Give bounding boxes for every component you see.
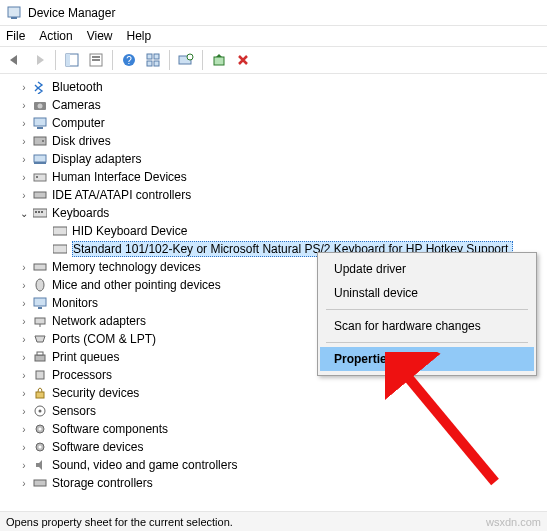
chevron-right-icon[interactable]: › [18,405,30,417]
tree-node-sensors[interactable]: ›Sensors [18,402,547,420]
tree-node-hid-keyboard[interactable]: HID Keyboard Device [38,222,547,240]
tree-label: Processors [52,368,112,382]
tree-label: Mice and other pointing devices [52,278,221,292]
system-icon [32,493,48,494]
tree-node-system[interactable]: ›System devices [18,492,547,494]
chevron-right-icon[interactable]: › [18,369,30,381]
storage-icon [32,475,48,491]
svg-rect-35 [34,298,46,306]
toolbar-separator [202,50,203,70]
chevron-right-icon[interactable]: › [18,297,30,309]
svg-rect-12 [154,61,159,66]
tree-node-cameras[interactable]: ›Cameras [18,96,547,114]
chevron-right-icon[interactable]: › [18,315,30,327]
properties-toolbar-button[interactable] [85,49,107,71]
tree-node-storage[interactable]: ›Storage controllers [18,474,547,492]
memory-icon [32,259,48,275]
svg-point-21 [42,140,44,142]
chevron-right-icon[interactable]: › [18,351,30,363]
tree-node-bluetooth[interactable]: ›Bluetooth [18,78,547,96]
back-button[interactable] [4,49,26,71]
chevron-down-icon[interactable]: ⌄ [18,207,30,219]
chevron-right-icon[interactable]: › [18,261,30,273]
tree-node-sound[interactable]: ›Sound, video and game controllers [18,456,547,474]
help-button[interactable]: ? [118,49,140,71]
svg-rect-19 [37,127,43,129]
menu-help[interactable]: Help [127,29,152,43]
tree-node-ide[interactable]: ›IDE ATA/ATAPI controllers [18,186,547,204]
display-adapter-icon [32,151,48,167]
svg-rect-6 [92,59,100,61]
tree-node-disk[interactable]: ›Disk drives [18,132,547,150]
toolbar: ? [0,46,547,74]
menu-action[interactable]: Action [39,29,72,43]
tree-node-display[interactable]: ›Display adapters [18,150,547,168]
spacer [38,225,50,237]
chevron-right-icon[interactable]: › [18,135,30,147]
chevron-right-icon[interactable]: › [18,387,30,399]
tree-label: Disk drives [52,134,111,148]
svg-point-48 [39,446,42,449]
speaker-icon [32,457,48,473]
watermark: wsxdn.com [486,516,541,528]
svg-rect-25 [36,176,38,178]
tree-label: Monitors [52,296,98,310]
svg-point-14 [187,54,193,60]
chevron-right-icon[interactable]: › [18,333,30,345]
tree-node-keyboards[interactable]: ⌄Keyboards [18,204,547,222]
keyboard-icon [52,241,68,257]
grid-view-button[interactable] [142,49,164,71]
chevron-right-icon[interactable]: › [18,441,30,453]
svg-rect-39 [35,355,45,361]
chevron-right-icon[interactable]: › [18,279,30,291]
uninstall-toolbar-button[interactable] [232,49,254,71]
context-menu: Update driver Uninstall device Scan for … [317,252,537,376]
svg-rect-15 [214,57,224,65]
tree-node-hid[interactable]: ›Human Interface Devices [18,168,547,186]
svg-rect-24 [34,174,46,181]
chevron-right-icon[interactable]: › [18,189,30,201]
chevron-right-icon[interactable]: › [18,459,30,471]
show-hide-tree-button[interactable] [61,49,83,71]
toolbar-separator [55,50,56,70]
tree-node-computer[interactable]: ›Computer [18,114,547,132]
chevron-right-icon[interactable]: › [18,81,30,93]
chevron-right-icon[interactable]: › [18,117,30,129]
svg-rect-9 [147,54,152,59]
menu-view[interactable]: View [87,29,113,43]
scan-hardware-button[interactable] [175,49,197,71]
monitor-icon [32,295,48,311]
printer-icon [32,349,48,365]
chevron-right-icon[interactable]: › [18,477,30,489]
hid-icon [32,169,48,185]
context-uninstall-device[interactable]: Uninstall device [320,281,534,305]
svg-rect-1 [11,17,17,19]
tree-label: Cameras [52,98,101,112]
context-scan-hardware[interactable]: Scan for hardware changes [320,314,534,338]
update-driver-toolbar-button[interactable] [208,49,230,71]
chevron-right-icon[interactable]: › [18,423,30,435]
context-update-driver[interactable]: Update driver [320,257,534,281]
svg-rect-28 [35,211,37,213]
mouse-icon [32,277,48,293]
chevron-right-icon[interactable]: › [18,99,30,111]
tree-node-softdev[interactable]: ›Software devices [18,438,547,456]
context-properties[interactable]: Properties [320,347,534,371]
disk-icon [32,133,48,149]
tree-label: Sensors [52,404,96,418]
toolbar-separator [112,50,113,70]
menu-file[interactable]: File [6,29,25,43]
svg-point-34 [36,279,44,291]
svg-point-46 [39,428,42,431]
computer-icon [32,115,48,131]
svg-rect-30 [41,211,43,213]
chevron-right-icon[interactable]: › [18,171,30,183]
forward-button[interactable] [28,49,50,71]
menu-bar: File Action View Help [0,26,547,46]
title-bar: Device Manager [0,0,547,26]
svg-rect-5 [92,56,100,58]
tree-node-softcomp[interactable]: ›Software components [18,420,547,438]
tree-node-security[interactable]: ›Security devices [18,384,547,402]
chevron-right-icon[interactable]: › [18,153,30,165]
tree-label: Bluetooth [52,80,103,94]
